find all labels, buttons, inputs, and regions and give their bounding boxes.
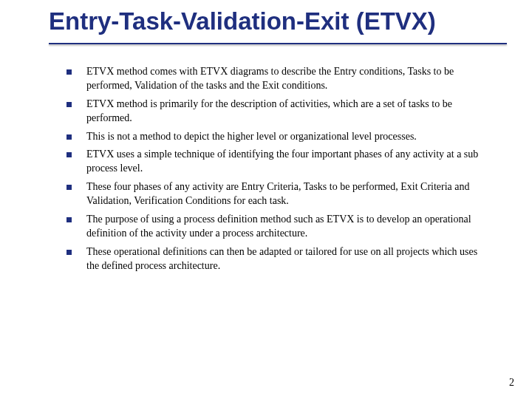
list-item: These operational definitions can then b… [66, 245, 480, 273]
list-item-text: This is not a method to depict the highe… [86, 130, 417, 144]
list-item: ETVX uses a simple technique of identify… [66, 148, 480, 176]
square-bullet-icon [66, 102, 72, 107]
list-item: ETVX method is primarily for the descrip… [66, 98, 480, 126]
list-item: This is not a method to depict the highe… [66, 130, 480, 144]
slide-title: Entry-Task-Validation-Exit (ETVX) [49, 7, 507, 35]
list-item-text: These operational definitions can then b… [86, 245, 480, 273]
square-bullet-icon [66, 185, 72, 190]
list-item-text: These four phases of any activity are En… [86, 180, 480, 208]
list-item: These four phases of any activity are En… [66, 180, 480, 208]
slide: Entry-Task-Validation-Exit (ETVX) ETVX m… [0, 7, 532, 399]
square-bullet-icon [66, 217, 72, 222]
page-number: 2 [509, 377, 514, 389]
list-item-text: ETVX method comes with ETVX diagrams to … [86, 65, 480, 93]
list-item-text: ETVX uses a simple technique of identify… [86, 148, 480, 176]
square-bullet-icon [66, 134, 72, 140]
bullet-list: ETVX method comes with ETVX diagrams to … [66, 65, 480, 273]
title-underline [49, 43, 507, 44]
list-item-text: The purpose of using a process definitio… [86, 213, 480, 241]
square-bullet-icon [66, 250, 72, 255]
square-bullet-icon [66, 152, 72, 157]
list-item: The purpose of using a process definitio… [66, 213, 480, 241]
list-item: ETVX method comes with ETVX diagrams to … [66, 65, 480, 93]
square-bullet-icon [66, 69, 72, 75]
list-item-text: ETVX method is primarily for the descrip… [86, 98, 480, 126]
